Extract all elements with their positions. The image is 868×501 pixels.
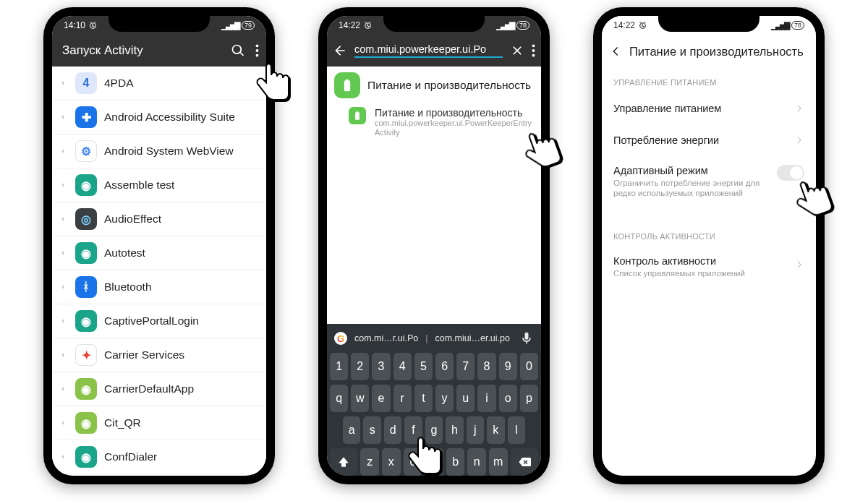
key-shift[interactable] [330,448,357,476]
alarm-icon [363,21,373,30]
result-app[interactable]: Питание и производительность [327,67,541,104]
key-7[interactable]: 7 [456,353,475,380]
key-u[interactable]: u [456,385,475,412]
app-icon: ◎ [75,208,97,230]
key-i[interactable]: i [477,385,495,412]
key-4[interactable]: 4 [393,353,412,380]
app-row[interactable]: ◉CarrierDefaultApp [52,372,266,406]
key-1[interactable]: 1 [330,353,348,380]
key-3[interactable]: 3 [372,353,390,380]
app-row[interactable]: ◉ConfDialer [52,440,266,474]
battery-icon: 79 [242,21,255,30]
section-header: УПРАВЛЕНИЕ ПИТАНИЕМ [602,68,816,93]
chevron-right-icon [794,260,804,270]
key-2[interactable]: 2 [351,353,369,380]
suggestion-bar: G com.mi…r.ui.Po | com.miui…er.ui.po [327,324,541,353]
signal-icon: ▁▃▅▇ [771,21,788,30]
status-time: 14:10 [64,20,85,30]
google-icon[interactable]: G [334,332,347,345]
setting-label: Потребление энергии [613,134,719,146]
app-row[interactable]: ✦Carrier Services [52,338,266,372]
app-row[interactable]: ⚙Android System WebView [52,134,266,168]
setting-label: Управление питанием [613,103,721,114]
app-icon: ◉ [75,446,97,468]
key-0[interactable]: 0 [520,353,538,380]
clear-icon[interactable] [510,43,524,58]
svg-point-4 [532,49,535,52]
setting-energy-usage[interactable]: Потребление энергии [602,124,816,156]
setting-label: Адаптивный режим [613,165,770,176]
suggestion-2[interactable]: com.miui…er.ui.po [435,333,510,343]
back-icon[interactable] [333,43,347,58]
app-name: AudioEffect [104,213,161,226]
key-n[interactable]: n [467,448,486,476]
key-s[interactable]: s [363,416,380,444]
settings-header: Питание и производительность [602,35,816,68]
search-input[interactable]: com.miui.powerkeeper.ui.Po [354,43,503,58]
app-row[interactable]: ◉CaptivePortalLogin [52,304,266,338]
key-a[interactable]: a [343,416,360,444]
mic-icon[interactable] [519,331,534,346]
app-row[interactable]: ◉Cit_QR [52,406,266,440]
result-activity[interactable]: Питание и производительность com.miui.po… [327,104,541,140]
settings-title: Питание и производительность [629,45,804,59]
screen-3: 14:22 ▁▃▅▇ 78 Питание и производительнос… [602,16,816,476]
key-l[interactable]: l [508,416,525,444]
app-row[interactable]: ᚼBluetooth [52,270,266,304]
suggestion-1[interactable]: com.mi…r.ui.Po [354,333,418,343]
section-header: КОНТРОЛЬ АКТИВНОСТИ [602,222,816,247]
result-app-title: Питание и производительность [367,79,531,93]
pointer-cursor-icon [253,56,299,106]
key-w[interactable]: w [351,385,369,412]
expand-icon [58,180,68,190]
header-title: Запуск Activity [62,43,143,58]
expand-icon [58,452,68,462]
app-name: Bluetooth [104,281,152,294]
screen-1: 14:10 ▁▃▅▇ 79 Запуск Activity 44PDA✚Andr… [52,16,266,476]
key-m[interactable]: m [489,448,508,476]
key-6[interactable]: 6 [435,353,454,380]
app-name: CaptivePortalLogin [104,314,199,327]
battery-icon [349,107,366,124]
search-header: com.miui.powerkeeper.ui.Po [327,35,541,67]
setting-sublabel: Ограничить потребление энергии для редко… [613,178,770,199]
search-icon[interactable] [231,43,245,58]
app-row[interactable]: 44PDA [52,67,266,100]
pointer-cursor-icon [405,430,451,479]
overflow-menu-icon[interactable] [255,43,259,58]
key-backspace[interactable] [511,448,538,476]
notch [658,16,760,32]
app-row[interactable]: ✚Android Accessibility Suite [52,100,266,134]
phone-1: 14:10 ▁▃▅▇ 79 Запуск Activity 44PDA✚Andr… [43,7,275,484]
key-5[interactable]: 5 [414,353,433,380]
app-icon: ◉ [75,310,97,332]
status-time: 14:22 [339,20,360,30]
expand-icon [58,418,68,428]
key-q[interactable]: q [330,385,348,412]
key-p[interactable]: p [520,385,538,412]
app-row[interactable]: ◉Assemble test [52,168,266,202]
key-t[interactable]: t [414,385,433,412]
key-z[interactable]: z [360,448,379,476]
setting-adaptive-mode[interactable]: Адаптивный режим Ограничить потребление … [602,156,816,207]
app-row[interactable]: ◉Autotest [52,236,266,270]
key-x[interactable]: x [382,448,401,476]
key-j[interactable]: j [467,416,484,444]
key-d[interactable]: d [384,416,401,444]
app-row[interactable]: ◎AudioEffect [52,202,266,236]
key-e[interactable]: e [372,385,390,412]
overflow-menu-icon[interactable] [532,43,535,58]
back-icon[interactable] [609,45,622,58]
key-o[interactable]: o [499,385,517,412]
key-y[interactable]: y [435,385,454,412]
setting-activity-control[interactable]: Контроль активности Список управляемых п… [602,247,816,287]
alarm-icon [638,21,647,30]
setting-power-management[interactable]: Управление питанием [602,93,816,124]
key-r[interactable]: r [393,385,412,412]
key-8[interactable]: 8 [477,353,495,380]
key-9[interactable]: 9 [499,353,517,380]
setting-sublabel: Список управляемых приложений [613,268,794,278]
key-k[interactable]: k [487,416,504,444]
phone-3: 14:22 ▁▃▅▇ 78 Питание и производительнос… [593,7,825,484]
app-name: 4PDA [104,77,134,90]
